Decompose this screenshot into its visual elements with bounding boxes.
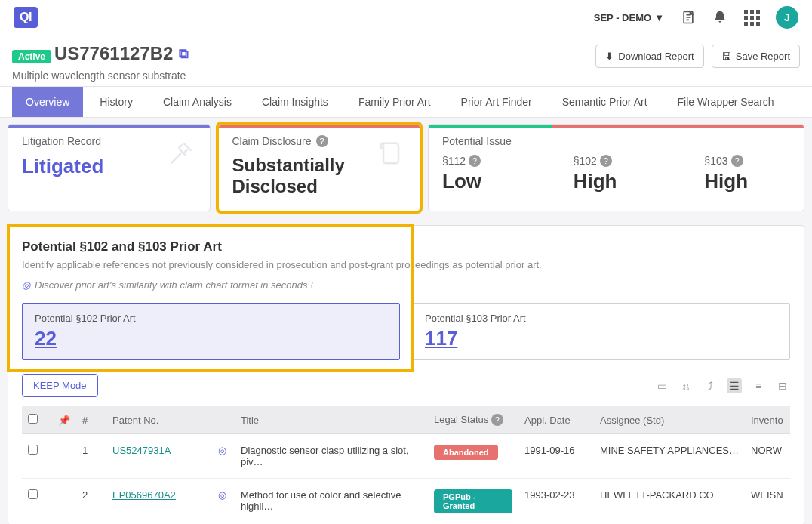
issue-102: §102 ? High [574, 155, 660, 193]
col-inventor[interactable]: Invento [745, 406, 790, 434]
share-icon[interactable]: ⤴ [703, 378, 718, 393]
external-link-icon[interactable]: ⧉ [179, 46, 189, 62]
count-103-label: Potential §103 Prior Art [425, 313, 777, 324]
section-heading: Potential §102 and §103 Prior Art [22, 239, 790, 254]
topbar: QI SEP - DEMO ▼ J [0, 0, 812, 35]
section-subtitle: Identify applicable references not previ… [22, 259, 790, 270]
help-icon[interactable]: ? [469, 155, 481, 167]
target-icon: ◎ [22, 279, 30, 291]
tab-prior-art-finder[interactable]: Prior Art Finder [448, 87, 546, 117]
status-badge: Active [12, 50, 51, 63]
row-checkbox[interactable] [28, 489, 38, 499]
col-appl[interactable]: Appl. Date [518, 406, 594, 434]
disclosure-card[interactable]: Claim Disclosure ? Substantially Disclos… [218, 124, 421, 211]
tab-semantic-prior-art[interactable]: Semantic Prior Art [549, 87, 661, 117]
save-report-button[interactable]: 🖫 Save Report [712, 45, 800, 68]
sec-102-value: High [574, 170, 660, 193]
row-inventor: NORW [745, 434, 790, 479]
col-assignee[interactable]: Assignee (Std) [594, 406, 745, 434]
target-icon[interactable]: ◎ [218, 489, 226, 501]
list-view-icon[interactable]: ☰ [727, 378, 742, 393]
row-assignee: MINE SAFETY APPLIANCES… [594, 434, 745, 479]
title-actions: ⬇ Download Report 🖫 Save Report [595, 45, 800, 68]
row-title: Diagnostic sensor clasp utilizing a slot… [235, 434, 428, 479]
row-num: 1 [76, 434, 106, 479]
sec-112-value: Low [442, 170, 528, 193]
scroll-icon [376, 138, 406, 168]
count-103-box[interactable]: Potential §103 Prior Art 117 [412, 303, 790, 360]
table-header-row: 📌 # Patent No. Title Legal Status ? Appl… [22, 406, 790, 434]
workspace-label: SEP - DEMO [594, 12, 651, 23]
discover-note: ◎ Discover prior art's similarity with c… [22, 279, 790, 291]
book-icon[interactable]: ▭ [654, 378, 669, 393]
count-102-value: 22 [35, 327, 387, 350]
view-icons: ▭ ⎌ ⤴ ☰ ≡ ⊟ [654, 378, 790, 393]
table-row: 1 US5247931A ◎ Diagnostic sensor clasp u… [22, 434, 790, 479]
litigation-card[interactable]: Litigation Record Litigated [8, 124, 211, 211]
tab-family-prior-art[interactable]: Family Prior Art [345, 87, 444, 117]
help-icon[interactable]: ? [316, 135, 328, 147]
sec-103-label: §103 [704, 155, 727, 167]
chevron-down-icon: ▼ [654, 12, 664, 23]
doc-icon[interactable] [681, 10, 696, 25]
save-icon: 🖫 [721, 51, 731, 62]
help-icon[interactable]: ? [600, 155, 612, 167]
col-num[interactable]: # [76, 406, 106, 434]
compact-view-icon[interactable]: ≡ [751, 378, 766, 393]
pin-icon[interactable]: 📌 [58, 415, 70, 426]
prior-art-table: 📌 # Patent No. Title Legal Status ? Appl… [22, 406, 790, 524]
row-num: 2 [76, 479, 106, 525]
topbar-right: SEP - DEMO ▼ J [594, 6, 798, 29]
help-icon[interactable]: ? [731, 155, 743, 167]
tab-history[interactable]: History [86, 87, 146, 117]
col-status[interactable]: Legal Status [434, 414, 488, 425]
issue-103: §103 ? High [704, 155, 790, 193]
patent-number: US7761127B2 ⧉ [54, 43, 189, 64]
target-icon[interactable]: ◎ [218, 445, 226, 456]
row-inventor: WEISN [745, 479, 790, 525]
tabs: Overview History Claim Analysis Claim In… [0, 87, 812, 118]
bell-icon[interactable] [712, 10, 727, 25]
disclosure-label-text: Claim Disclosure [232, 135, 312, 147]
select-all-checkbox[interactable] [28, 414, 38, 424]
sec-102-label: §102 [574, 155, 597, 167]
count-102-box[interactable]: Potential §102 Prior Art 22 [22, 303, 400, 360]
row-assignee: HEWLETT-PACKARD CO [594, 479, 745, 525]
sec-103-value: High [704, 170, 790, 193]
row-title: Method for use of color and selective hi… [235, 479, 428, 525]
download-report-button[interactable]: ⬇ Download Report [595, 45, 703, 68]
tab-claim-analysis[interactable]: Claim Analysis [149, 87, 245, 117]
count-103-value: 117 [425, 327, 777, 350]
export-icon[interactable]: ⎌ [678, 378, 694, 393]
tab-file-wrapper-search[interactable]: File Wrapper Search [664, 87, 788, 117]
tab-claim-insights[interactable]: Claim Insights [248, 87, 342, 117]
download-report-label: Download Report [618, 51, 694, 62]
download-icon: ⬇ [605, 51, 614, 62]
apps-icon[interactable] [744, 10, 759, 25]
patent-link[interactable]: EP0569670A2 [112, 489, 176, 501]
status-pill: PGPub - Granted [434, 489, 512, 513]
row-appl: 1991-09-16 [518, 434, 594, 479]
table-row: 2 EP0569670A2 ◎ Method for use of color … [22, 479, 790, 525]
help-icon[interactable]: ? [491, 414, 503, 426]
col-title[interactable]: Title [235, 406, 428, 434]
issue-112: §112 ? Low [442, 155, 528, 193]
patent-link[interactable]: US5247931A [112, 445, 171, 456]
logo[interactable]: QI [14, 7, 38, 28]
save-report-label: Save Report [736, 51, 790, 62]
gavel-icon [166, 138, 196, 168]
col-patent[interactable]: Patent No. [106, 406, 212, 434]
keep-mode-button[interactable]: KEEP Mode [22, 374, 98, 397]
title-area: Active US7761127B2 ⧉ Multiple wavelength… [0, 35, 812, 87]
count-102-label: Potential §102 Prior Art [35, 313, 387, 324]
potential-issue-card[interactable]: Potential Issue §112 ? Low §102 ? High §… [428, 124, 804, 211]
row-checkbox[interactable] [28, 445, 38, 455]
avatar[interactable]: J [776, 6, 798, 29]
workspace-selector[interactable]: SEP - DEMO ▼ [594, 12, 664, 23]
status-pill: Abandoned [434, 445, 498, 460]
patent-title: Multiple wavelength sensor substrate [12, 69, 189, 82]
tab-overview[interactable]: Overview [12, 87, 83, 117]
detail-view-icon[interactable]: ⊟ [775, 378, 790, 393]
patent-number-text: US7761127B2 [54, 43, 173, 64]
summary-cards: Litigation Record Litigated Claim Disclo… [0, 118, 812, 217]
